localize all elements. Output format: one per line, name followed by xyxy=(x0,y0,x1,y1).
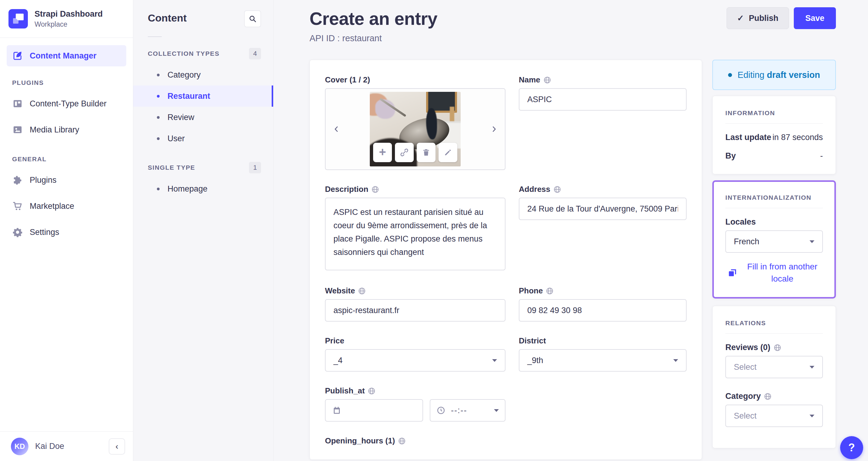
avatar[interactable]: KD xyxy=(11,438,28,455)
single-type-homepage[interactable]: Homepage xyxy=(133,178,273,199)
category-select[interactable]: Select xyxy=(725,405,823,427)
gear-icon xyxy=(12,227,23,238)
brand-subtitle: Workplace xyxy=(34,20,103,28)
entry-form-card: Cover (1 / 2) xyxy=(310,60,702,460)
reviews-select-placeholder: Select xyxy=(734,363,756,372)
website-input[interactable] xyxy=(325,299,505,322)
relations-header: RELATIONS xyxy=(725,319,823,327)
brand-text: Strapi Dashboard Workplace xyxy=(34,9,103,28)
chevron-down-icon xyxy=(673,359,678,362)
carousel-next-button[interactable] xyxy=(487,122,501,136)
description-field: Description ASPIC est un restaurant pari… xyxy=(325,184,505,271)
draft-status-banner: Editing draft version xyxy=(712,60,836,90)
picture-icon xyxy=(12,124,23,135)
publish-at-label: Publish_at xyxy=(325,386,505,396)
divider xyxy=(725,334,823,334)
price-select[interactable]: _4 xyxy=(325,349,505,372)
cover-field: Cover (1 / 2) xyxy=(325,75,505,170)
internationalization-header: INTERNATIONALIZATION xyxy=(725,194,823,201)
collection-type-user[interactable]: User xyxy=(133,128,273,149)
globe-icon xyxy=(371,185,379,193)
opening-hours-field: Opening_hours (1) xyxy=(325,436,505,449)
website-field: Website xyxy=(325,286,505,322)
cart-icon xyxy=(12,201,23,211)
sidebar-item-marketplace[interactable]: Marketplace xyxy=(7,193,126,219)
collection-types-header: COLLECTION TYPES xyxy=(148,50,220,57)
publish-at-field: Publish_at xyxy=(325,386,505,422)
status-dot-icon xyxy=(728,73,732,77)
bullet-icon xyxy=(157,137,160,140)
add-asset-button[interactable]: + xyxy=(373,143,392,162)
sidebar-item-label: Content Manager xyxy=(30,51,97,61)
app-root: Strapi Dashboard Workplace Content Manag… xyxy=(0,0,868,461)
phone-input[interactable] xyxy=(519,299,687,322)
copy-link-button[interactable] xyxy=(395,143,414,162)
carousel-prev-button[interactable] xyxy=(330,122,343,136)
sidebar-collapse-button[interactable]: ‹ xyxy=(109,438,125,455)
sidebar-nav: Content Manager PLUGINS Content-Type Bui… xyxy=(0,38,133,431)
reviews-select[interactable]: Select xyxy=(725,356,823,378)
address-input[interactable] xyxy=(519,198,687,220)
chevron-down-icon xyxy=(494,409,499,412)
fill-from-locale-link[interactable]: Fill in from another locale xyxy=(725,261,823,285)
opening-hours-label: Opening_hours (1) xyxy=(325,436,505,445)
bullet-icon xyxy=(157,116,160,119)
information-header: INFORMATION xyxy=(725,109,823,117)
description-textarea[interactable]: ASPIC est un restaurant parisien situé a… xyxy=(325,198,505,270)
phone-label: Phone xyxy=(519,286,687,295)
website-label: Website xyxy=(325,286,505,295)
sidebar-item-media-library[interactable]: Media Library xyxy=(7,117,126,143)
search-icon xyxy=(248,15,257,23)
cover-image[interactable]: + xyxy=(370,92,461,166)
content-manager-feather-icon xyxy=(12,50,23,61)
reviews-label: Reviews (0) xyxy=(725,343,823,352)
globe-icon xyxy=(368,387,376,395)
collection-type-restaurant[interactable]: Restaurant xyxy=(133,85,273,107)
collection-type-category[interactable]: Category xyxy=(133,64,273,85)
last-update-row: Last update in 87 seconds xyxy=(725,133,823,142)
publish-at-date-input[interactable] xyxy=(325,399,423,422)
trash-icon xyxy=(422,148,430,157)
single-type-label: Homepage xyxy=(167,184,208,194)
main-sidebar: Strapi Dashboard Workplace Content Manag… xyxy=(0,0,133,461)
globe-icon xyxy=(764,393,772,400)
single-type-count-badge: 1 xyxy=(249,162,261,173)
delete-asset-button[interactable] xyxy=(417,143,435,162)
user-name: Kai Doe xyxy=(35,441,102,451)
pencil-icon xyxy=(444,148,452,157)
name-field: Name xyxy=(519,75,687,111)
phone-field: Phone xyxy=(519,286,687,322)
workspace-brand[interactable]: Strapi Dashboard Workplace xyxy=(0,0,133,38)
address-label: Address xyxy=(519,184,687,194)
sidebar-item-label: Plugins xyxy=(30,175,57,185)
internationalization-card: INTERNATIONALIZATION Locales French Fill… xyxy=(712,180,836,298)
collection-type-label: User xyxy=(167,134,185,143)
collection-type-review[interactable]: Review xyxy=(133,107,273,128)
sidebar-item-content-type-builder[interactable]: Content-Type Builder xyxy=(7,91,126,117)
globe-icon xyxy=(543,76,551,84)
single-type-header-row: SINGLE TYPE 1 xyxy=(133,162,273,173)
sidebar-item-label: Content-Type Builder xyxy=(30,99,106,109)
price-field: Price _4 xyxy=(325,336,505,372)
sidebar-item-plugins[interactable]: Plugins xyxy=(7,167,126,193)
save-button[interactable]: Save xyxy=(794,7,836,29)
page-header: Create an entry API ID : restaurant ✓ Pu… xyxy=(310,8,836,44)
locales-select[interactable]: French xyxy=(725,230,823,253)
sidebar-section-plugins: PLUGINS xyxy=(12,79,126,86)
sidebar-item-content-manager[interactable]: Content Manager xyxy=(7,45,126,66)
collection-type-label: Review xyxy=(167,113,194,122)
publish-button[interactable]: ✓ Publish xyxy=(726,7,789,29)
globe-icon xyxy=(553,185,561,193)
strapi-logo-icon xyxy=(8,9,28,28)
sidebar-item-settings[interactable]: Settings xyxy=(7,219,126,245)
district-select[interactable]: _9th xyxy=(519,349,687,372)
name-input[interactable] xyxy=(519,88,687,111)
draft-status-text: Editing draft version xyxy=(738,70,820,80)
help-button[interactable]: ? xyxy=(840,436,863,459)
edit-asset-button[interactable] xyxy=(438,143,457,162)
search-button[interactable] xyxy=(244,10,261,27)
subnav-divider xyxy=(148,36,162,37)
calendar-icon xyxy=(332,406,341,415)
collection-type-label: Category xyxy=(167,70,201,80)
publish-at-time-input[interactable]: --:-- xyxy=(430,399,505,422)
